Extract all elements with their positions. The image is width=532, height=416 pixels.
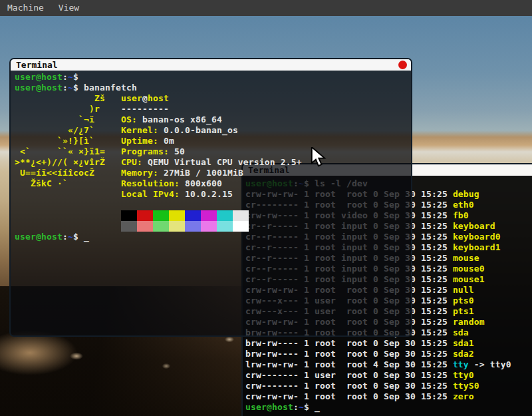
terminal-text-segment: crw------- 1 user root 0 Sep 30 15:25	[245, 370, 453, 380]
terminal-text-segment: `¬ï OS:	[15, 114, 142, 124]
terminal-line: user@host:~$	[15, 72, 411, 83]
terminal-text-segment: user@host	[15, 72, 63, 82]
title-bar[interactable]: Terminal	[11, 59, 411, 71]
terminal-window-primary: Terminal user@host:~$ user@host:~$ banan…	[9, 58, 412, 337]
palette-block	[121, 221, 137, 232]
palette-block	[153, 221, 169, 232]
terminal-text-segment: user	[121, 93, 142, 103]
terminal-line: Local IPv4: 10.0.2.15	[15, 189, 411, 200]
terminal-text-segment: pts0	[453, 296, 474, 306]
terminal-line: crw------- 1 user root 0 Sep 30 15:25 tt…	[245, 370, 532, 381]
terminal-text-segment: ~	[68, 83, 73, 93]
terminal-text-segment: crw------- 1 root root 0 Sep 30 15:25	[245, 381, 453, 391]
terminal-line: user@host:~$ bananfetch	[15, 83, 411, 93]
terminal-text-segment: eth0	[453, 200, 474, 210]
menu-item-machine[interactable]: Machine	[0, 0, 51, 16]
terminal-text-segment: `»!}[ì` Uptime:	[15, 136, 164, 146]
terminal-text-segment: null	[453, 285, 474, 295]
palette-block	[217, 221, 233, 232]
terminal-text-segment: mouse1	[453, 274, 485, 284]
terminal-line: brw-rw---- 1 root root 0 Sep 30 15:25 sd…	[245, 338, 532, 349]
terminal-text-segment: mouse0	[453, 264, 485, 274]
terminal-text-segment: tty	[453, 359, 469, 369]
terminal-text-segment: keyboard1	[453, 242, 501, 252]
terminal-text-segment: 50	[174, 146, 185, 156]
terminal-text-segment	[15, 200, 20, 210]
terminal-text-segment: keyboard	[453, 221, 495, 231]
terminal-line	[15, 221, 411, 232]
terminal-text-segment: «/¿7` Kernel:	[15, 125, 164, 135]
terminal-text-segment: 0m	[164, 136, 174, 146]
terminal-text-segment: random	[453, 317, 485, 327]
menu-item-view[interactable]: View	[51, 0, 86, 16]
palette-block	[185, 221, 201, 232]
palette-block	[233, 221, 249, 232]
terminal-text-segment: _	[84, 232, 89, 242]
terminal-text-segment: brw-rw---- 1 root root 0 Sep 30 15:25	[245, 338, 453, 348]
menu-bar: Machine View	[0, 0, 532, 16]
terminal-text-segment: ŽškC ·` Resolution:	[15, 178, 185, 188]
terminal-text-segment	[15, 221, 121, 231]
terminal-text-segment: sda2	[453, 349, 474, 359]
terminal-line: `¬ï OS: banan-os x86_64	[15, 114, 411, 125]
palette-block	[169, 221, 185, 232]
terminal-text-segment: bananfetch	[84, 83, 137, 93]
terminal-text-segment: sda1	[453, 338, 474, 348]
terminal-text-segment: debug	[453, 189, 479, 199]
palette-block	[201, 210, 217, 221]
terminal-text-segment: :	[63, 83, 68, 93]
terminal-text-segment: user@host	[15, 83, 63, 93]
terminal-line: user@host:~$ _	[245, 402, 532, 413]
terminal-text-segment: brw-rw---- 1 root root 0 Sep 30 15:25	[245, 349, 453, 359]
terminal-text-segment: :	[63, 232, 68, 242]
terminal-text-segment: Zš	[15, 93, 121, 103]
terminal-text-segment: :	[63, 72, 68, 82]
terminal-text-segment: @	[142, 93, 148, 103]
window-title: Terminal	[16, 59, 58, 71]
terminal-text-segment: 10.0.2.15	[185, 189, 233, 199]
terminal-text-segment: tty0	[453, 370, 474, 380]
terminal-text-segment: 800x600	[185, 178, 222, 188]
terminal-line: crw-rw-rw- 1 root root 0 Sep 30 15:25 ze…	[245, 391, 532, 402]
terminal-text-segment: ~	[68, 232, 73, 242]
terminal-line: <` ``« ×}ï1= Programs: 50	[15, 146, 411, 157]
mouse-cursor-icon	[311, 147, 328, 168]
terminal-text-segment: QEMU Virtual CPU version 2.5+	[148, 157, 302, 167]
terminal-text-segment: user@host	[245, 402, 293, 412]
terminal-text-segment: host	[148, 93, 169, 103]
terminal-text-segment: $	[73, 232, 84, 242]
terminal-text-segment: mouse	[453, 253, 479, 263]
palette-block	[233, 210, 249, 221]
terminal-text-segment: $	[73, 72, 84, 82]
terminal-text-segment: Local IPv4:	[15, 189, 185, 199]
terminal-text-segment: ttyS0	[453, 381, 479, 391]
terminal-text-segment: ~	[299, 402, 304, 412]
terminal-text-segment: zero	[453, 391, 474, 401]
terminal-text-segment: <` ``« ×}ï1= Programs:	[15, 146, 174, 156]
terminal-line: user@host:~$ _	[15, 232, 411, 242]
terminal-output[interactable]: user@host:~$ user@host:~$ bananfetch Zš …	[11, 71, 411, 337]
terminal-line: >**¿<+)//( ×¿vîrŽ CPU: QEMU Virtual CPU …	[15, 157, 411, 168]
palette-block	[201, 221, 217, 232]
terminal-text-segment: crw-rw-rw- 1 root root 0 Sep 30 15:25	[245, 391, 453, 401]
terminal-line: lrw-rw-rw- 1 root root 4 Sep 30 15:25 tt…	[245, 359, 532, 370]
terminal-line: Zš user@host	[15, 93, 411, 104]
terminal-text-segment: -> tty0	[469, 359, 511, 369]
terminal-text-segment: lrw-rw-rw- 1 root root 4 Sep 30 15:25	[245, 359, 453, 369]
terminal-text-segment: >**¿<+)//( ×¿vîrŽ CPU:	[15, 157, 148, 167]
terminal-line: ŽškC ·` Resolution: 800x600	[15, 178, 411, 189]
palette-block	[169, 210, 185, 221]
terminal-line: `»!}[ì` Uptime: 0m	[15, 136, 411, 146]
terminal-text-segment: $	[73, 83, 84, 93]
terminal-text-segment: ~	[68, 72, 73, 82]
terminal-text-segment: U==íï<<ííîcocŽ Memory:	[15, 168, 164, 178]
terminal-text-segment: pts1	[453, 306, 474, 316]
terminal-text-segment: :	[293, 402, 299, 412]
terminal-text-segment: keyboard0	[453, 232, 501, 242]
terminal-line	[15, 200, 411, 210]
palette-block	[137, 221, 153, 232]
palette-block	[185, 210, 201, 221]
terminal-text-segment	[15, 210, 121, 220]
close-button[interactable]	[398, 61, 407, 69]
terminal-line: )r ---------	[15, 104, 411, 114]
